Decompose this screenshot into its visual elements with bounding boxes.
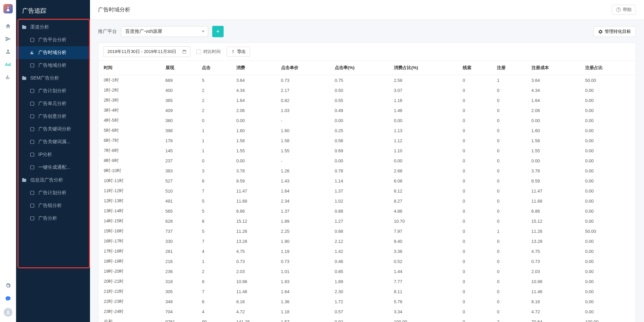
send-icon[interactable] xyxy=(5,36,11,42)
help-label: 帮助 xyxy=(623,7,632,13)
sidebar-title: 广告追踪 xyxy=(16,0,90,21)
checkbox-icon xyxy=(196,49,201,54)
table-cell: 1.16 xyxy=(390,95,459,105)
table-cell: 2.03 xyxy=(233,266,278,276)
table-row: 15时-16时737511.262.250.687.970111.2650.00 xyxy=(98,226,636,236)
table-cell: 90 xyxy=(198,317,233,322)
table-cell: 0 xyxy=(494,156,528,166)
table-cell: 0.00 xyxy=(582,176,636,186)
table-header[interactable]: 点击率(%) xyxy=(331,61,390,75)
table-cell: 10.98 xyxy=(528,276,582,286)
table-cell: 100.00 xyxy=(582,317,636,322)
table-cell: 1.12 xyxy=(390,136,459,146)
table-cell: 0 xyxy=(459,317,494,322)
help-button[interactable]: ? 帮助 xyxy=(612,5,636,15)
table-cell: 8.16 xyxy=(233,297,278,307)
table-header[interactable]: 点击单价 xyxy=(278,61,331,75)
table-cell: 0 xyxy=(459,206,494,216)
nav-item[interactable]: 广告组分析 xyxy=(16,199,90,212)
nav-item[interactable]: 广告关键词分析 xyxy=(16,123,90,136)
table-cell: 0.00 xyxy=(582,166,636,176)
table-header[interactable]: 消费 xyxy=(233,61,278,75)
nav-group[interactable]: 渠道分析 xyxy=(16,21,90,34)
table-row: 1时-2时40024.342.170.503.07004.340.00 xyxy=(98,85,636,95)
chart-icon[interactable] xyxy=(5,74,11,80)
nav-item[interactable]: 广告单元分析 xyxy=(16,97,90,110)
table-cell: 0 xyxy=(459,125,494,136)
table-row: 9时-10时38333.781.260.782.68003.780.00 xyxy=(98,166,636,176)
nav-item[interactable]: 广告分析 xyxy=(16,212,90,225)
table-cell: 2.58 xyxy=(390,75,459,86)
export-button[interactable]: 导出 xyxy=(227,47,250,57)
chat-icon[interactable] xyxy=(5,295,11,302)
nav-item[interactable]: 广告计划分析 xyxy=(16,85,90,97)
nav-group[interactable]: 信息流广告分析 xyxy=(16,174,90,186)
table-cell: 1.58 xyxy=(528,136,582,146)
table-cell: 0.00 xyxy=(233,115,278,125)
table-cell: 0.00 xyxy=(582,196,636,206)
add-button[interactable]: + xyxy=(212,26,224,37)
table-header[interactable]: 注册 xyxy=(494,61,528,75)
table-cell: 237 xyxy=(162,156,199,166)
table-cell: 1.37 xyxy=(278,206,331,216)
table-cell: 14时-15时 xyxy=(98,216,162,226)
platform-select[interactable]: 百度推广-vsh源犀 xyxy=(121,26,208,37)
settings-icon[interactable] xyxy=(5,282,11,289)
table-cell: 0.00 xyxy=(331,115,390,125)
user-icon[interactable] xyxy=(5,48,11,55)
avatar[interactable] xyxy=(4,308,12,317)
svg-rect-10 xyxy=(31,204,34,208)
table-header[interactable]: 注册成本 xyxy=(528,61,582,75)
manage-goals-button[interactable]: 管理转化目标 xyxy=(593,26,636,37)
table-cell: 1.01 xyxy=(278,266,331,276)
table-header[interactable]: 注册占比 xyxy=(582,61,636,75)
table-cell: 11时-12时 xyxy=(98,186,162,196)
nav-item-icon xyxy=(30,101,35,106)
table-header[interactable]: 展现 xyxy=(162,61,199,75)
content: 推广平台 百度推广-vsh源犀 + 管理转化目标 2019年11月30日 - 2… xyxy=(90,20,644,322)
table-header[interactable]: 时间 xyxy=(98,61,162,75)
table-cell: 0.00 xyxy=(582,276,636,286)
table-cell: 23时-24时 xyxy=(98,307,162,317)
table-cell: 2 xyxy=(198,105,233,115)
svg-rect-0 xyxy=(31,38,34,42)
nav-item[interactable]: 广告平台分析 xyxy=(16,34,90,46)
nav-item[interactable]: IP分析 xyxy=(16,148,90,161)
nav-item[interactable]: 一键生成通配... xyxy=(16,161,90,174)
ad-icon[interactable]: Ad xyxy=(5,61,11,68)
compare-checkbox[interactable]: 对比时间 xyxy=(196,49,221,55)
table-cell: 0.00 xyxy=(331,156,390,166)
nav-group[interactable]: SEM广告分析 xyxy=(16,72,90,85)
home-icon[interactable] xyxy=(5,23,11,30)
nav-item[interactable]: 广告地域分析 xyxy=(16,59,90,72)
table-cell: 0.68 xyxy=(331,226,390,236)
table-cell: 0.25 xyxy=(331,125,390,136)
nav-item[interactable]: 广告计划分析 xyxy=(16,186,90,199)
table-cell: 13时-14时 xyxy=(98,206,162,216)
nav-item[interactable]: 广告关键词属... xyxy=(16,136,90,148)
table-cell: 1.42 xyxy=(331,246,390,256)
table-cell: 0 xyxy=(494,136,528,146)
nav-item-label: IP分析 xyxy=(38,152,52,158)
svg-rect-3 xyxy=(31,102,34,106)
date-range-value: 2019年11月30日 - 2019年11月30日 xyxy=(107,49,176,54)
table-cell: 0.85 xyxy=(331,266,390,276)
nav-item[interactable]: 广告时域分析 xyxy=(16,46,90,59)
table-cell: 0.56 xyxy=(331,136,390,146)
table-cell: 0 xyxy=(494,166,528,176)
table-cell: 4.75 xyxy=(528,246,582,256)
table-cell: 1.89 xyxy=(278,216,331,226)
table-cell: - xyxy=(278,156,331,166)
nav-item[interactable]: 广告创意分析 xyxy=(16,110,90,123)
table-header[interactable]: 消费占比(%) xyxy=(390,61,459,75)
table-cell: 4时-5时 xyxy=(98,115,162,125)
table-header[interactable]: 点击 xyxy=(198,61,233,75)
table-row: 7时-8时14511.551.550.691.10001.550.00 xyxy=(98,146,636,156)
table-cell: 7 xyxy=(198,186,233,196)
table-cell: 0 xyxy=(459,276,494,286)
date-range-picker[interactable]: 2019年11月30日 - 2019年11月30日 xyxy=(103,46,190,57)
table-header[interactable]: 线索 xyxy=(459,61,494,75)
table-cell: 50.00 xyxy=(582,226,636,236)
nav-item-label: 广告单元分析 xyxy=(38,101,66,107)
table-cell: 0 xyxy=(494,95,528,105)
